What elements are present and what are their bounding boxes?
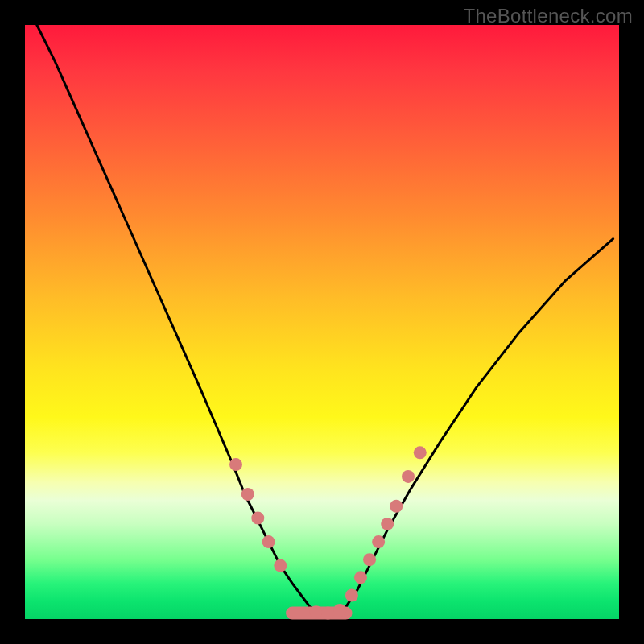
svg-point-14 [390,500,402,513]
svg-point-12 [372,535,385,548]
chart-svg [25,25,619,619]
svg-point-5 [274,559,287,572]
svg-point-11 [363,553,376,566]
svg-point-6 [310,605,323,618]
curve-markers [229,446,427,619]
svg-point-15 [402,470,415,483]
svg-point-2 [242,488,254,501]
svg-point-13 [381,518,394,530]
svg-point-1 [229,458,242,471]
svg-point-4 [262,535,275,548]
svg-point-10 [354,571,367,584]
outer-frame: TheBottleneck.com [0,0,644,644]
svg-point-3 [251,512,264,525]
plot-area [25,25,619,619]
svg-point-7 [321,607,334,620]
svg-point-9 [345,588,358,601]
svg-point-16 [414,446,427,459]
watermark-text: TheBottleneck.com [463,5,633,27]
svg-point-8 [333,604,346,617]
bottleneck-curve [37,25,613,613]
